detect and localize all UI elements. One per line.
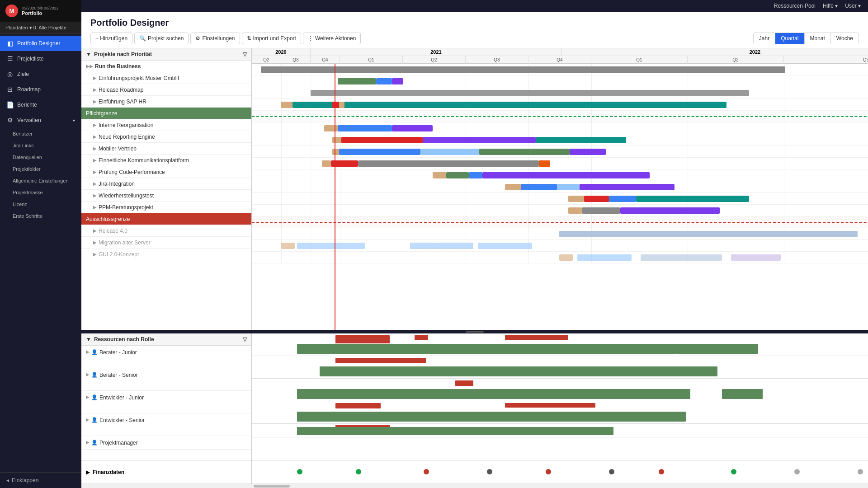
bar-einf-3[interactable] (392, 78, 403, 84)
expand-icon[interactable]: ▶ (93, 75, 97, 80)
bar-mobil-2[interactable] (339, 149, 420, 155)
bar-mobil-4[interactable] (479, 149, 570, 155)
bar-run-business[interactable] (261, 66, 785, 73)
project-row[interactable]: ▶ Mobiler Vertrieb (81, 143, 251, 155)
project-row[interactable]: ▶ Interne Reorganisation (81, 119, 251, 131)
bar-sap-2[interactable] (292, 102, 726, 108)
bar-jira-2[interactable] (521, 184, 557, 190)
expand-icon[interactable]: ▶ (86, 440, 90, 445)
bar-einf-2[interactable] (376, 78, 392, 84)
bar-sap-1[interactable] (281, 102, 292, 108)
expand-icon[interactable]: ▶ (86, 394, 90, 399)
bar-wieder-3[interactable] (609, 196, 636, 202)
project-row[interactable]: ▶ Einführung SAP HR (81, 96, 251, 108)
expand-icon[interactable]: ▶ (93, 99, 97, 104)
bar-ppm-2[interactable] (582, 207, 620, 214)
bar-migration-1[interactable] (281, 243, 295, 249)
bar-release-roadmap[interactable] (311, 90, 749, 96)
expand-finance-icon[interactable]: ▶ (86, 469, 90, 475)
expand-icon[interactable]: ▶ (93, 122, 97, 127)
bar-jira-3[interactable] (557, 184, 580, 190)
expand-icon[interactable]: ▶ (93, 87, 97, 92)
sidebar-item-portfolio-designer[interactable]: ◧ Portfolio Designer (0, 36, 81, 51)
bar-interne-2[interactable] (338, 125, 392, 131)
bar-migration-dotted[interactable] (410, 243, 473, 249)
topbar-resources[interactable]: Ressourcen-Pool (774, 3, 816, 9)
project-row[interactable]: ▶ Einführungsprojekt Muster GmbH (81, 72, 251, 84)
more-actions-button[interactable]: ⋮ Weitere Aktionen (303, 33, 361, 44)
import-export-button[interactable]: ⇅ Import und Export (242, 33, 301, 44)
expand-icon[interactable]: ▶ (93, 146, 97, 151)
sidebar-sub-projektmaske[interactable]: Projektmaske (0, 187, 81, 198)
expand-icon[interactable]: ▶ (93, 252, 97, 257)
gantt-scroll[interactable]: 2020 2021 2022 Q2 Q3 Q4 (252, 48, 868, 330)
sidebar-item-ziele[interactable]: ◎ Ziele (0, 66, 81, 82)
bar-reporting-3[interactable] (423, 137, 536, 143)
project-row[interactable]: ▶ PPM-Beratungsprojekt (81, 202, 251, 213)
expand-icon[interactable]: ▶▶ (86, 64, 93, 69)
bar-code-1[interactable] (433, 172, 446, 178)
expand-icon[interactable]: ▶ (93, 169, 97, 174)
resource-filter-icon[interactable]: ▽ (243, 336, 247, 343)
sidebar-sub-datenquellen[interactable]: Datenquellen (0, 151, 81, 163)
project-row[interactable]: ▶ Einheitliche Kommunikationsplattform (81, 155, 251, 166)
bar-komm-3[interactable] (358, 160, 539, 167)
expand-icon[interactable]: ▶ (93, 240, 97, 245)
boundary-row-green[interactable]: Pflichtgrenze (81, 108, 251, 119)
bar-code-2[interactable] (446, 172, 469, 178)
expand-icon[interactable]: ▶ (93, 158, 97, 163)
bar-release40[interactable] (559, 231, 858, 237)
project-row[interactable]: ▶▶ Run the Business (81, 61, 251, 72)
sidebar-sub-projektfelder[interactable]: Projektfelder (0, 163, 81, 175)
resource-row-entwickler-junior[interactable]: ▶ 👤 Entwickler - Junior (81, 391, 251, 413)
bar-sap-4[interactable] (339, 102, 344, 108)
topbar-user[interactable]: User ▾ (845, 3, 861, 9)
project-row[interactable]: ▶ Wiederherstellungstest (81, 190, 251, 202)
bar-jira-1[interactable] (505, 184, 521, 190)
project-row[interactable]: ▶ Neue Reporting Engine (81, 131, 251, 143)
project-row[interactable]: ▶ Release 4.0 (81, 225, 251, 237)
topbar-help[interactable]: Hilfe ▾ (823, 3, 838, 9)
bar-komm-4[interactable] (539, 160, 550, 167)
horizontal-scrollbar[interactable] (81, 483, 868, 488)
sidebar-item-berichte[interactable]: 📄 Berichte (0, 97, 81, 113)
year-button[interactable]: Jahr (754, 33, 775, 44)
project-row[interactable]: ▶ Jira-Integration (81, 178, 251, 190)
resize-handle[interactable] (81, 330, 868, 333)
quarter-button[interactable]: Quartal (775, 33, 804, 44)
sidebar-sub-lizenz[interactable]: Lizenz (0, 198, 81, 210)
expand-icon[interactable]: ▶ (93, 228, 97, 233)
sidebar-item-roadmap[interactable]: ⊟ Roadmap (0, 82, 81, 97)
bar-sap-3[interactable] (332, 102, 339, 108)
bar-ppm-3[interactable] (620, 207, 720, 214)
bar-reporting-2[interactable] (341, 137, 423, 143)
filter-icon[interactable]: ▽ (243, 51, 247, 57)
sidebar-collapse[interactable]: ◂ Einklappen (0, 472, 81, 488)
bar-jira-4[interactable] (580, 184, 675, 190)
search-button[interactable]: 🔍 Projekt suchen (134, 33, 189, 44)
bar-gui-3[interactable] (641, 254, 722, 261)
resource-row-berater-junior[interactable]: ▶ 👤 Berater - Junior (81, 346, 251, 368)
add-button[interactable]: + Hinzufügen (90, 33, 132, 44)
sidebar-sub-jira[interactable]: Jira Links (0, 140, 81, 151)
collapse-projects-icon[interactable]: ▼ (86, 51, 91, 57)
bar-einf-1[interactable] (338, 78, 376, 84)
sidebar-plandata[interactable]: Plandaten ▾ 0. Alle Projekte (0, 22, 81, 34)
bar-migration-3[interactable] (478, 243, 532, 249)
bar-gui-2[interactable] (577, 254, 632, 261)
bar-wieder-4[interactable] (636, 196, 749, 202)
sidebar-item-verwalten[interactable]: ⚙ Verwalten ▾ (0, 113, 81, 128)
project-row[interactable]: ▶ GUI 2.0-Konzept (81, 249, 251, 260)
bar-wieder-2[interactable] (584, 196, 609, 202)
sidebar-sub-erste-schritte[interactable]: Erste Schritte (0, 210, 81, 222)
expand-icon[interactable]: ▶ (93, 193, 97, 198)
project-row[interactable]: ▶ Release Roadmap (81, 84, 251, 96)
bar-ppm-1[interactable] (568, 207, 582, 214)
expand-icon[interactable]: ▶ (93, 134, 97, 139)
expand-icon[interactable]: ▶ (86, 417, 90, 422)
bar-mobil-3[interactable] (420, 149, 479, 155)
expand-icon[interactable]: ▶ (86, 372, 90, 377)
project-row[interactable]: ▶ Prüfung Code-Performance (81, 166, 251, 178)
bar-migration-2[interactable] (297, 243, 365, 249)
month-button[interactable]: Monat (805, 33, 831, 44)
